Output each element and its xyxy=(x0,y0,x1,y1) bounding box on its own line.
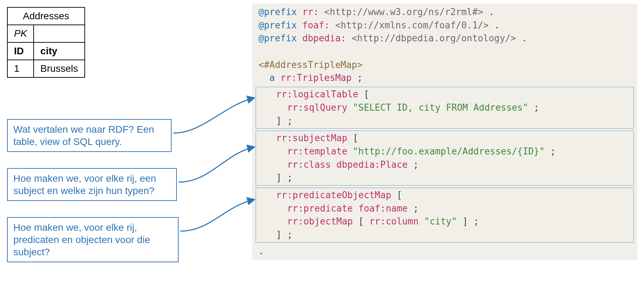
r2rml-code-panel: @prefix rr: <http://www.w3.org/ns/r2rml#… xyxy=(252,4,637,260)
code-prefixes: @prefix rr: <http://www.w3.org/ns/r2rml#… xyxy=(252,6,637,85)
db-row-city: Brussels xyxy=(34,60,84,77)
db-row-id: 1 xyxy=(7,60,34,77)
callout-subject-map: Hoe maken we, voor elke rij, een subject… xyxy=(7,168,177,201)
code-end: . xyxy=(252,245,637,258)
db-col-city: city xyxy=(34,42,84,60)
code-block-predicate-object-map: rr:predicateObjectMap [ rr:predicate foa… xyxy=(256,188,634,243)
code-block-subject-map: rr:subjectMap [ rr:template "http://foo.… xyxy=(256,131,634,186)
callout-predicate-object-map: Hoe maken we, voor elke rij, predicaten … xyxy=(7,217,179,262)
callout-logical-table: Wat vertalen we naar RDF? Een table, vie… xyxy=(7,119,172,152)
db-table-title: Addresses xyxy=(7,7,85,25)
db-col-id: ID xyxy=(7,42,34,60)
db-table-addresses: Addresses PK ID city 1 Brussels xyxy=(7,7,85,78)
db-pk-label: PK xyxy=(7,25,34,42)
db-pk-empty xyxy=(34,25,84,42)
code-block-logical-table: rr:logicalTable [ rr:sqlQuery "SELECT ID… xyxy=(256,87,634,129)
